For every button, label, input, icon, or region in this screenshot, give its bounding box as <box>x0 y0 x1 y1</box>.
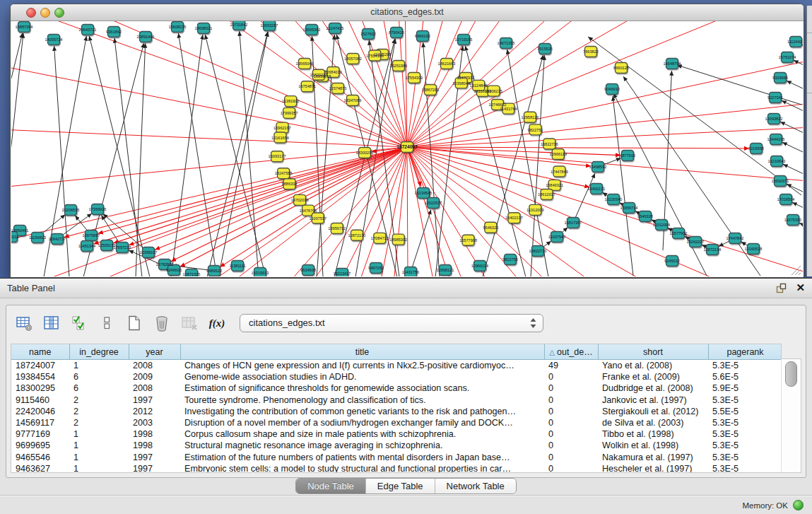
cell-pagerank: 5.5E-5 <box>708 406 782 417</box>
network-canvas[interactable]: 1688736414055724206437219361862208914061… <box>11 21 803 276</box>
cell-in_degree: 1 <box>69 360 129 372</box>
svg-text:18247585: 18247585 <box>275 171 293 175</box>
table-selector-combobox[interactable]: citations_edges.txt <box>240 314 543 332</box>
cell-out_degree: 0 <box>544 382 598 394</box>
table-settings-icon[interactable] <box>15 314 33 332</box>
cell-in_degree: 1 <box>69 440 129 451</box>
svg-text:14055724: 14055724 <box>45 37 63 42</box>
svg-text:8660126: 8660126 <box>613 66 629 70</box>
svg-text:20891406: 20891406 <box>137 35 155 39</box>
svg-text:12872134: 12872134 <box>704 247 722 252</box>
function-builder-icon[interactable]: f(x) <box>208 314 226 332</box>
cell-pagerank: 5.3E-5 <box>708 395 782 406</box>
resize-grip[interactable] <box>792 266 801 275</box>
col-header-short[interactable]: short <box>598 344 708 360</box>
node-table: namein_degreeyeartitle△out_de…shortpager… <box>11 344 782 473</box>
svg-text:19565362: 19565362 <box>303 28 321 32</box>
svg-text:16476706: 16476706 <box>300 209 317 213</box>
combobox-stepper-icon <box>529 317 537 329</box>
table-panel-body: f(x) citations_edges.txt namein_degreeye… <box>6 305 806 478</box>
cell-name: 9115460 <box>11 395 69 406</box>
table-row[interactable]: 969969511998Structural magnetic resonanc… <box>11 440 782 451</box>
svg-text:10975887: 10975887 <box>83 233 100 238</box>
cell-name: 22420046 <box>11 406 69 417</box>
row-height-icon[interactable] <box>98 314 116 332</box>
table-row[interactable]: 946362711997Embryonic stem cells: a mode… <box>11 463 782 473</box>
col-header-out_degree[interactable]: △out_de… <box>544 344 598 360</box>
tab-node-table[interactable]: Node Table <box>296 479 365 493</box>
svg-text:15956712: 15956712 <box>328 226 346 230</box>
col-header-title[interactable]: title <box>180 344 544 360</box>
col-header-in_degree[interactable]: in_degree <box>69 344 129 360</box>
table-row[interactable]: 1456911722003Disruption of a novel membe… <box>11 417 782 428</box>
table-row[interactable]: 1872400712008Changes of HCN gene express… <box>11 360 782 372</box>
svg-text:8790415: 8790415 <box>389 30 404 35</box>
cell-short: Jankovic et al. (1997) <box>598 395 708 406</box>
cell-year: 2012 <box>129 406 180 417</box>
cell-in_degree: 2 <box>69 406 129 417</box>
svg-text:11431764: 11431764 <box>500 107 517 111</box>
svg-text:12872130: 12872130 <box>348 233 366 238</box>
tab-edge-table[interactable]: Edge Table <box>365 479 435 493</box>
cell-out_degree: 0 <box>544 395 598 406</box>
svg-text:18057082: 18057082 <box>344 57 362 61</box>
table-row[interactable]: 1830029562008Estimation of significance … <box>11 382 782 394</box>
cell-name: 9463627 <box>11 463 69 473</box>
svg-text:10577902: 10577902 <box>670 231 688 235</box>
svg-text:16906215: 16906215 <box>485 89 502 93</box>
svg-text:9497250: 9497250 <box>368 266 384 270</box>
delete-trash-icon[interactable] <box>153 314 171 332</box>
svg-text:9329966: 9329966 <box>772 76 788 80</box>
svg-text:10398049: 10398049 <box>452 81 470 86</box>
svg-text:12942737: 12942737 <box>49 237 66 241</box>
cell-out_degree: 0 <box>544 428 598 440</box>
table-scrollbar-thumb[interactable] <box>785 361 797 387</box>
table-toolbar: f(x) citations_edges.txt <box>6 305 806 341</box>
cell-name: 9777169 <box>11 428 69 440</box>
svg-text:12477932: 12477932 <box>457 76 475 80</box>
cell-in_degree: 1 <box>69 452 129 463</box>
svg-text:11451344: 11451344 <box>78 244 95 248</box>
cell-year: 1997 <box>129 395 180 406</box>
window-titlebar[interactable]: citations_edges.txt <box>11 4 804 21</box>
col-header-pagerank[interactable]: pagerank <box>708 344 782 360</box>
delete-table-icon-disabled <box>180 314 199 332</box>
new-table-icon[interactable] <box>125 314 143 332</box>
svg-text:10719155: 10719155 <box>455 37 473 42</box>
svg-text:15849321: 15849321 <box>546 183 563 187</box>
cell-short: Yano et al. (2008) <box>598 360 708 372</box>
svg-text:17084712: 17084712 <box>371 236 389 240</box>
table-scrollbar[interactable] <box>781 358 801 473</box>
table-row[interactable]: 2242004622012Investigating the contribut… <box>11 406 782 417</box>
svg-text:7615526: 7615526 <box>537 47 553 51</box>
select-columns-icon[interactable] <box>42 314 61 332</box>
svg-text:15817367: 15817367 <box>565 221 582 225</box>
float-panel-icon[interactable] <box>775 282 787 294</box>
cell-out_degree: 49 <box>544 360 598 372</box>
tab-network-table[interactable]: Network Table <box>435 479 516 493</box>
svg-text:17016504: 17016504 <box>777 197 795 201</box>
cell-year: 1997 <box>129 452 180 463</box>
cell-title: Tourette syndrome. Phenomenology and cla… <box>180 395 544 406</box>
select-all-checks-icon[interactable] <box>70 314 88 332</box>
table-header-row: namein_degreeyeartitle△out_de…shortpager… <box>11 344 782 360</box>
table-row[interactable]: 911546021997Tourette syndrome. Phenomeno… <box>11 395 782 406</box>
svg-text:15956714: 15956714 <box>620 206 638 210</box>
memory-ok-icon <box>793 500 804 510</box>
table-row[interactable]: 946554611997Estimation of the future num… <box>11 452 782 463</box>
svg-text:7663822: 7663822 <box>583 49 599 54</box>
table-row[interactable]: 977716911998Corpus callosum shape and si… <box>11 428 782 440</box>
svg-text:12958126: 12958126 <box>522 115 539 119</box>
close-panel-icon[interactable]: ✕ <box>796 281 805 294</box>
col-header-year[interactable]: year <box>129 344 180 360</box>
svg-text:16251986: 16251986 <box>390 64 408 68</box>
cell-short: Wolkin et al. (1998) <box>598 440 708 451</box>
status-bar: Memory: OK <box>0 495 812 514</box>
svg-text:12160518: 12160518 <box>745 247 763 251</box>
col-header-name[interactable]: name <box>11 344 69 360</box>
svg-text:16782822: 16782822 <box>156 262 174 267</box>
svg-text:16262207: 16262207 <box>687 240 705 244</box>
svg-text:12093822: 12093822 <box>765 117 783 121</box>
table-row[interactable]: 1938455462009Genome-wide association stu… <box>11 371 782 382</box>
svg-text:18621663: 18621663 <box>438 62 456 66</box>
